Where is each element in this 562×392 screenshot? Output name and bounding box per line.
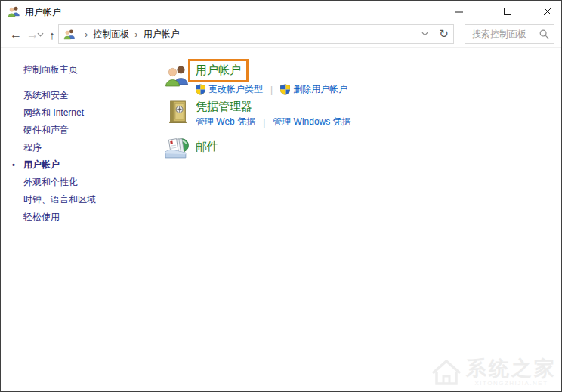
maximize-icon (504, 8, 512, 16)
navigation-bar: ← → ↑ › 控制面板 › 用户帐户 ↻ (1, 22, 561, 48)
user-accounts-link[interactable]: 用户帐户 (196, 63, 241, 76)
sidebar-item-ease-of-access[interactable]: 轻松使用 (23, 208, 156, 226)
section-mail: 邮件 (164, 134, 218, 162)
mail-icon[interactable] (164, 134, 196, 162)
link-separator: | (270, 85, 273, 95)
mail-link[interactable]: 邮件 (196, 139, 218, 153)
refresh-button[interactable]: ↻ (434, 25, 453, 43)
sidebar-item-network-internet[interactable]: 网络和 Internet (23, 104, 156, 122)
watermark-text: 系统之家 (466, 357, 557, 380)
active-item-bullet: • (12, 156, 15, 174)
address-bar-controls: ↻ (415, 25, 453, 43)
breadcrumb-control-panel[interactable]: 控制面板 (93, 28, 129, 41)
sidebar-item-programs[interactable]: 程序 (23, 139, 156, 156)
section-credential-manager: 凭据管理器 管理 Web 凭据 | 管理 Windows 凭据 (164, 99, 351, 128)
breadcrumb-user-accounts[interactable]: 用户帐户 (144, 28, 180, 41)
user-accounts-icon (63, 29, 76, 40)
remove-user-accounts-link[interactable]: 删除用户帐户 (280, 83, 347, 96)
breadcrumb-separator-icon: › (134, 29, 137, 39)
back-button[interactable]: ← (7, 22, 25, 48)
minimize-icon (455, 8, 464, 16)
maximize-button[interactable] (491, 1, 524, 22)
manage-windows-credentials-link[interactable]: 管理 Windows 凭据 (273, 116, 350, 128)
change-account-type-link[interactable]: 更改帐户类型 (196, 83, 263, 96)
house-logo-icon (430, 357, 463, 387)
address-dropdown-button[interactable] (415, 25, 434, 43)
credential-manager-link[interactable]: 凭据管理器 (196, 99, 351, 113)
watermark-caption: XITONGZHIJIA.NET (474, 380, 548, 387)
uac-shield-icon (280, 84, 290, 95)
up-icon: ↑ (49, 29, 55, 42)
minimize-button[interactable] (443, 1, 476, 22)
sidebar: 控制面板主页 系统和安全 网络和 Internet 硬件和声音 程序 • 用户帐… (1, 48, 156, 226)
refresh-icon: ↻ (439, 27, 449, 41)
back-icon: ← (10, 28, 22, 42)
watermark: 系统之家 XITONGZHIJIA.NET (430, 357, 557, 387)
sidebar-item-system-security[interactable]: 系统和安全 (23, 87, 156, 104)
search-input[interactable] (472, 29, 536, 39)
search-icon[interactable] (539, 29, 549, 39)
sidebar-item-appearance-personalization[interactable]: 外观和个性化 (23, 174, 156, 191)
user-accounts-icon[interactable] (8, 5, 20, 17)
titlebar: 用户帐户 (1, 1, 561, 22)
highlight-box: 用户帐户 (188, 59, 249, 82)
sidebar-item-clock-language-region[interactable]: 时钟、语言和区域 (23, 191, 156, 208)
sidebar-item-user-accounts[interactable]: • 用户帐户 (23, 156, 156, 174)
sidebar-item-hardware-sound[interactable]: 硬件和声音 (23, 122, 156, 139)
uac-shield-icon (196, 84, 205, 95)
breadcrumb-separator-icon: › (85, 29, 88, 39)
sidebar-item-home[interactable]: 控制面板主页 (23, 61, 156, 79)
control-panel-window: 用户帐户 ← → ↑ › 控制面板 › 用户帐户 ↻ (0, 0, 562, 392)
manage-web-credentials-link[interactable]: 管理 Web 凭据 (196, 116, 255, 128)
search-box (465, 24, 554, 44)
credential-manager-icon[interactable] (164, 99, 196, 128)
window-title: 用户帐户 (25, 6, 61, 19)
section-user-accounts: 用户帐户 更改帐户类型 | 删除用户帐户 (164, 63, 347, 96)
close-button[interactable] (533, 1, 562, 22)
chevron-down-icon (422, 32, 428, 36)
link-separator: | (263, 117, 265, 128)
address-bar[interactable]: › 控制面板 › 用户帐户 ↻ (58, 24, 454, 44)
close-icon (543, 7, 552, 16)
chevron-down-icon (37, 32, 44, 37)
